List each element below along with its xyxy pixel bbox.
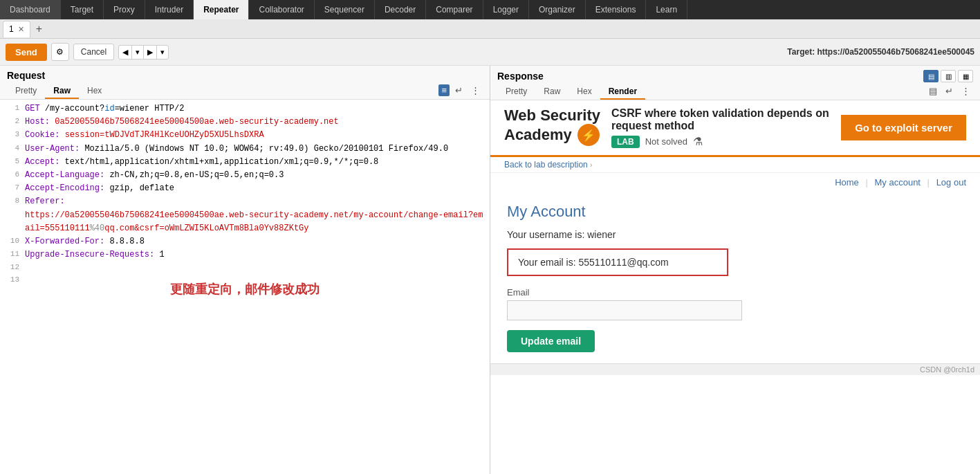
cancel-button[interactable]: Cancel xyxy=(73,44,114,60)
main-split-view: Request Pretty Raw Hex ≡ ↵ ⋮ 1 GET /my-a… xyxy=(0,66,980,474)
lab-nav: Back to lab description › xyxy=(490,157,980,173)
lab-badge-row: LAB Not solved ⚗ xyxy=(611,135,830,148)
nav-tab-intruder[interactable]: Intruder xyxy=(145,0,194,19)
nav-tab-dashboard[interactable]: Dashboard xyxy=(0,0,61,19)
response-filter-icon[interactable]: ▤ xyxy=(926,85,940,97)
top-navigation: Dashboard Target Proxy Intruder Repeater… xyxy=(0,0,980,19)
repeater-toolbar: Send ⚙ Cancel ◀ ▾ ▶ ▾ Target: https://0a… xyxy=(0,39,980,66)
request-tab-hex[interactable]: Hex xyxy=(79,84,110,99)
settings-icon[interactable]: ⚙ xyxy=(51,43,69,61)
response-tab-render[interactable]: Render xyxy=(600,84,645,100)
logout-link[interactable]: Log out xyxy=(936,177,966,188)
code-line-1: 1 GET /my-account?id=wiener HTTP/2 xyxy=(0,102,490,116)
send-button[interactable]: Send xyxy=(6,44,47,61)
request-panel-header: Request Pretty Raw Hex ≡ ↵ ⋮ xyxy=(0,66,490,100)
nav-tab-proxy[interactable]: Proxy xyxy=(104,0,145,19)
code-line-12: 12 xyxy=(0,262,490,274)
tab-label: 1 xyxy=(9,24,14,34)
response-panel-header: Response ▤ ▥ ▦ Pretty Raw Hex Render ▤ ↵… xyxy=(490,66,980,100)
response-tab-hex[interactable]: Hex xyxy=(568,84,600,100)
request-panel-title: Request xyxy=(7,70,483,81)
next-dropdown[interactable]: ▾ xyxy=(157,46,168,59)
response-panel: Response ▤ ▥ ▦ Pretty Raw Hex Render ▤ ↵… xyxy=(490,66,980,474)
layout-horizontal-icon[interactable]: ▥ xyxy=(941,70,956,82)
chevron-right-icon: › xyxy=(590,161,592,169)
home-link[interactable]: Home xyxy=(835,177,859,188)
code-line-3: 3 Cookie: session=tWDJVdTJR4HlKceUOHZyD5… xyxy=(0,129,490,142)
logo-text: Web Security Academy ⚡ xyxy=(504,107,600,146)
tab-close-icon[interactable]: ✕ xyxy=(18,25,24,34)
websecurity-logo: Web Security Academy ⚡ xyxy=(504,107,600,146)
nav-tab-sequencer[interactable]: Sequencer xyxy=(315,0,375,19)
nav-tab-extensions[interactable]: Extensions xyxy=(586,0,647,19)
response-panel-tabs: Pretty Raw Hex Render ▤ ↵ ⋮ xyxy=(497,84,973,100)
code-line-2: 2 Host: 0a520055046b75068241ee50004500ae… xyxy=(0,116,490,129)
email-input[interactable] xyxy=(507,300,742,320)
my-account-link[interactable]: My account xyxy=(875,177,921,188)
code-line-6: 6 Accept-Language: zh-CN,zh;q=0.8,en-US;… xyxy=(0,169,490,182)
separator-1: | xyxy=(865,177,867,188)
request-tab-raw[interactable]: Raw xyxy=(45,84,79,99)
exploit-server-button[interactable]: Go to exploit server xyxy=(841,115,966,140)
next-arrow[interactable]: ▶ xyxy=(144,46,157,59)
code-line-10: 10 X-Forwarded-For: 8.8.8.8 xyxy=(0,235,490,248)
layout-single-icon[interactable]: ▦ xyxy=(958,70,973,82)
repeater-tab-bar: 1 ✕ + xyxy=(0,19,980,39)
lab-banner-top: Web Security Academy ⚡ CSRF where token … xyxy=(504,107,966,148)
repeater-tab-1[interactable]: 1 ✕ xyxy=(3,21,30,37)
target-label: Target: https://0a520055046b75068241ee50… xyxy=(787,47,974,57)
request-tab-pretty[interactable]: Pretty xyxy=(7,84,45,99)
lab-title-area: CSRF where token validation depends on r… xyxy=(611,107,830,148)
more-options-icon[interactable]: ⋮ xyxy=(468,84,483,96)
account-section: My Account Your username is: wiener Your… xyxy=(490,192,980,363)
request-panel: Request Pretty Raw Hex ≡ ↵ ⋮ 1 GET /my-a… xyxy=(0,66,490,474)
response-tab-pretty[interactable]: Pretty xyxy=(497,84,535,100)
nav-tab-organizer[interactable]: Organizer xyxy=(529,0,586,19)
layout-split-icon[interactable]: ▤ xyxy=(923,70,939,82)
prev-arrow[interactable]: ◀ xyxy=(119,46,132,59)
account-section-title: My Account xyxy=(507,203,963,221)
lab-links-row: Home | My account | Log out xyxy=(490,173,980,192)
nav-tab-collaborator[interactable]: Collaborator xyxy=(249,0,314,19)
nav-tab-repeater[interactable]: Repeater xyxy=(194,0,249,19)
lab-title: CSRF where token validation depends on r… xyxy=(611,107,830,132)
response-more-icon[interactable]: ⋮ xyxy=(959,85,973,97)
code-line-9: 9 https://0a520055046b75068241ee50004500… xyxy=(0,209,490,235)
code-line-4: 4 User-Agent: Mozilla/5.0 (Windows NT 10… xyxy=(0,143,490,156)
request-panel-tabs: Pretty Raw Hex ≡ ↵ ⋮ xyxy=(7,84,483,99)
nav-tab-target[interactable]: Target xyxy=(61,0,104,19)
word-wrap-icon[interactable]: ≡ xyxy=(438,84,450,96)
update-email-button[interactable]: Update email xyxy=(507,330,595,352)
logo-line1: Web Security xyxy=(504,107,600,124)
lab-badge: LAB xyxy=(611,136,640,148)
code-line-7: 7 Accept-Encoding: gzip, deflate xyxy=(0,182,490,195)
response-ln-icon[interactable]: ↵ xyxy=(943,85,956,97)
prev-dropdown[interactable]: ▾ xyxy=(132,46,144,59)
add-tab-button[interactable]: + xyxy=(32,23,46,35)
back-to-lab-link[interactable]: Back to lab description xyxy=(504,160,588,170)
response-tab-raw[interactable]: Raw xyxy=(535,84,568,100)
nav-tab-learn[interactable]: Learn xyxy=(646,0,687,19)
layout-icons: ▤ ▥ ▦ xyxy=(923,70,973,84)
lab-banner: Web Security Academy ⚡ CSRF where token … xyxy=(490,100,980,157)
response-panel-title: Response xyxy=(497,71,544,82)
render-area[interactable]: Web Security Academy ⚡ CSRF where token … xyxy=(490,100,980,474)
nav-tab-comparer[interactable]: Comparer xyxy=(426,0,483,19)
chinese-annotation: 更随重定向，邮件修改成功 xyxy=(170,281,320,298)
lab-status: Not solved xyxy=(645,136,687,147)
flask-icon: ⚗ xyxy=(693,135,703,148)
code-line-8: 8 Referer: xyxy=(0,195,490,208)
page-footer: CSDN @0rch1d xyxy=(490,363,980,375)
account-email-display: Your email is: 555110111@qq.com xyxy=(507,248,728,276)
academy-lightning-icon: ⚡ xyxy=(577,124,600,146)
code-line-11: 11 Upgrade-Insecure-Requests: 1 xyxy=(0,248,490,262)
code-line-5: 5 Accept: text/html,application/xhtml+xm… xyxy=(0,156,490,169)
response-header-top: Response ▤ ▥ ▦ xyxy=(497,70,973,84)
response-toolbar: ▤ ↵ ⋮ xyxy=(926,85,973,99)
logo-line2: Academy xyxy=(504,127,572,143)
navigation-arrows: ◀ ▾ ▶ ▾ xyxy=(118,45,169,60)
request-toolbar: ≡ ↵ ⋮ xyxy=(438,84,483,98)
nav-tab-decoder[interactable]: Decoder xyxy=(375,0,426,19)
ln-toggle-icon[interactable]: ↵ xyxy=(452,84,465,96)
nav-tab-logger[interactable]: Logger xyxy=(483,0,529,19)
